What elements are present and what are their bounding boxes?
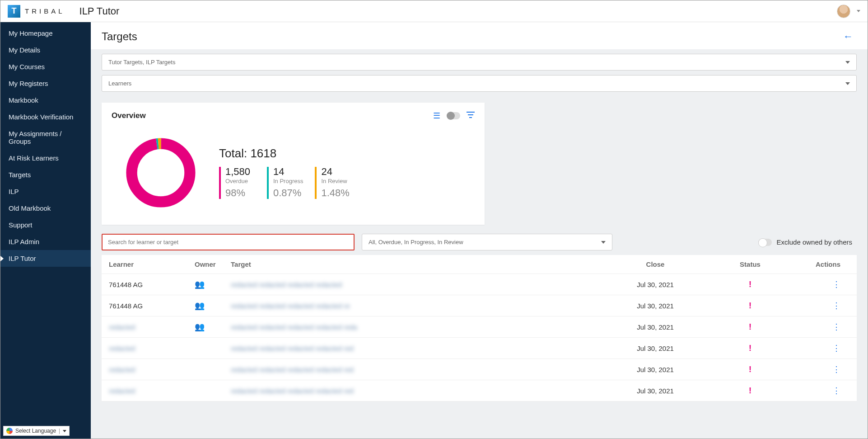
sidebar-item-markbook-verification[interactable]: Markbook Verification [0,109,91,125]
page-title: Targets [102,30,137,43]
search-input[interactable] [102,234,355,250]
cell-close: Jul 30, 2021 [606,366,705,373]
sidebar-item-my-details[interactable]: My Details [0,42,91,58]
status-filter-value: All, Overdue, In Progress, In Review [369,239,463,245]
cell-close: Jul 30, 2021 [606,302,705,310]
row-actions-menu-icon[interactable]: ⋮ [832,280,840,289]
sidebar-item-targets[interactable]: Targets [0,166,91,183]
owner-people-icon: 👥 [195,301,205,310]
donut-chart [122,134,199,211]
exclude-label: Exclude owned by others [776,238,852,246]
overdue-status-icon: ! [749,301,751,310]
cell-status: ! [705,322,795,332]
language-selector[interactable]: Select Language| [3,426,70,436]
overview-title: Overview [112,111,146,120]
topbar: T TRIBAL ILP Tutor [0,0,868,22]
stat-label: In Review [321,178,351,184]
sidebar-item-my-registers[interactable]: My Registers [0,75,91,92]
row-actions-menu-icon[interactable]: ⋮ [832,322,840,331]
cell-status: ! [705,344,795,353]
table-row[interactable]: redactedredacted redacted redacted redac… [102,380,857,401]
overdue-status-icon: ! [749,280,751,289]
th-status[interactable]: Status [705,260,795,268]
exclude-toggle[interactable] [758,239,772,246]
cell-status: ! [705,365,795,374]
owner-people-icon: 👥 [195,280,205,289]
learners-value: Learners [108,80,131,87]
stat-label: Overdue [225,178,255,184]
row-actions-menu-icon[interactable]: ⋮ [832,344,840,353]
logo-text: TRIBAL [25,7,65,15]
row-actions-menu-icon[interactable]: ⋮ [832,301,840,310]
stat-pct: 98% [225,187,255,199]
cell-close: Jul 30, 2021 [606,387,705,395]
th-close[interactable]: Close [606,260,705,268]
cell-target[interactable]: redacted redacted redacted redacted red [231,345,606,352]
th-actions: Actions [795,260,849,268]
overview-card: Overview ☰ [102,103,485,225]
status-filter-select[interactable]: All, Overdue, In Progress, In Review [362,234,612,250]
cell-actions: ⋮ [795,322,849,332]
overdue-status-icon: ! [749,322,751,331]
sidebar-item-markbook[interactable]: Markbook [0,92,91,109]
logo-mark-icon: T [8,5,20,18]
target-types-select[interactable]: Tutor Targets, ILP Targets [102,54,857,71]
sidebar-item-ilp[interactable]: ILP [0,183,91,200]
table-row[interactable]: redactedredacted redacted redacted redac… [102,359,857,380]
cell-target[interactable]: redacted redacted redacted redacted reda [231,323,606,331]
user-menu-caret-icon[interactable] [857,10,860,12]
cell-close: Jul 30, 2021 [606,281,705,288]
sidebar-item-support[interactable]: Support [0,217,91,233]
cell-target[interactable]: redacted redacted redacted redacted [231,281,606,288]
th-target[interactable]: Target [231,260,606,268]
overdue-status-icon: ! [749,386,751,395]
sidebar-item-at-risk-learners[interactable]: At Risk Learners [0,150,91,166]
cell-owner: 👥 [195,301,231,311]
table-row[interactable]: 761448 AG👥redacted redacted redacted red… [102,295,857,316]
stat-pct: 0.87% [273,187,303,199]
sidebar-item-my-courses[interactable]: My Courses [0,58,91,75]
svg-point-3 [132,144,190,202]
stat-num: 14 [273,167,303,177]
cell-actions: ⋮ [795,364,849,374]
cell-actions: ⋮ [795,386,849,396]
logo[interactable]: T TRIBAL [8,5,65,18]
cell-target[interactable]: redacted redacted redacted redacted red [231,366,606,373]
sidebar-item-my-homepage[interactable]: My Homepage [0,25,91,42]
sidebar-item-ilp-admin[interactable]: ILP Admin [0,233,91,250]
cell-owner: 👥 [195,279,231,289]
row-actions-menu-icon[interactable]: ⋮ [832,386,840,395]
table-row[interactable]: 761448 AG👥redacted redacted redacted red… [102,274,857,295]
stat-num: 1,580 [225,167,255,177]
sidebar-item-my-assignments-groups[interactable]: My Assignments / Groups [0,125,91,150]
cell-target[interactable]: redacted redacted redacted redacted red [231,387,606,395]
table-row[interactable]: redacted👥redacted redacted redacted reda… [102,316,857,338]
chart-toggle[interactable] [447,112,460,119]
back-arrow-icon[interactable]: ← [843,31,857,42]
chevron-down-icon [845,82,850,85]
total-label: Total: [219,146,247,160]
overdue-status-icon: ! [749,344,751,353]
owner-people-icon: 👥 [195,322,205,331]
row-actions-menu-icon[interactable]: ⋮ [832,365,840,374]
filter-icon[interactable] [467,112,475,120]
cell-learner: redacted [109,345,195,352]
cell-target[interactable]: redacted redacted redacted redacted re [231,302,606,310]
language-label: Select Language [15,428,56,434]
app-title: ILP Tutor [79,5,120,17]
sidebar-item-old-markbook[interactable]: Old Markbook [0,200,91,217]
cell-learner: redacted [109,387,195,395]
avatar[interactable] [837,5,850,18]
cell-actions: ⋮ [795,343,849,353]
th-owner[interactable]: Owner [195,260,231,268]
table-row[interactable]: redactedredacted redacted redacted redac… [102,338,857,359]
learners-select[interactable]: Learners [102,75,857,92]
total-value: 1618 [250,146,276,160]
cell-status: ! [705,301,795,311]
target-types-value: Tutor Targets, ILP Targets [108,59,175,66]
list-view-icon[interactable]: ☰ [433,111,440,121]
cell-owner: 👥 [195,322,231,332]
sidebar-item-ilp-tutor[interactable]: ILP Tutor [0,250,91,267]
cell-learner: 761448 AG [109,302,195,310]
th-learner[interactable]: Learner [109,260,195,268]
